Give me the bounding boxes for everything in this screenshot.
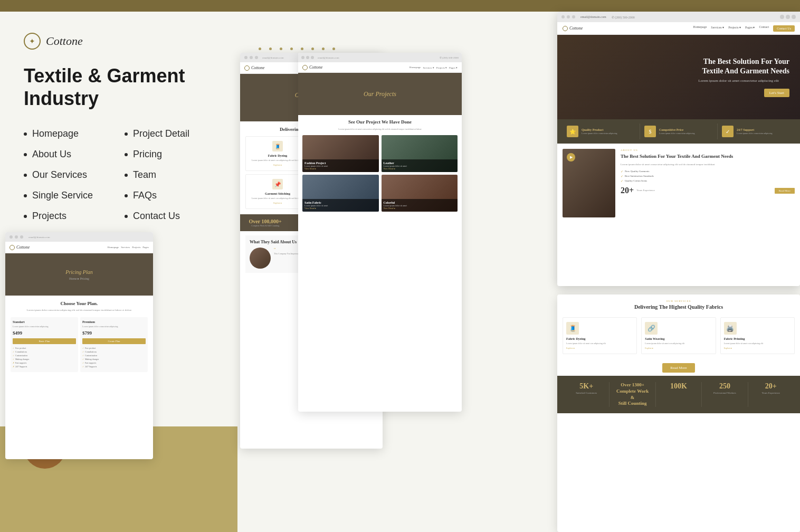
nav-dot	[24, 194, 27, 197]
about-image: ▶	[563, 149, 615, 217]
feature-title: Competitive Price	[659, 128, 695, 131]
nav-item-project-detail[interactable]: Project Detail	[125, 128, 189, 139]
feature-sub: Lorem ipsum dolor consectetur adipiscing	[737, 132, 773, 135]
plan-feature: ✓ Customization	[82, 354, 146, 357]
plan-btn-standard[interactable]: Basic Plan	[13, 338, 76, 344]
br-stat-num: 5K+	[568, 382, 605, 391]
testimonial-avatar	[250, 248, 271, 269]
mr-nav-item: Pages ▾	[745, 25, 755, 32]
portfolio-item-btn[interactable]: View Detail ▸	[384, 167, 456, 170]
pricing-url: email@domain.com	[28, 236, 50, 239]
services-logo: Cottone	[244, 65, 264, 71]
about-checklist: ✓ New Quality Garments ✓ Best Satisfacti…	[621, 169, 795, 183]
window-ctrl	[311, 56, 314, 59]
pricing-plans: Standart Lorem ipsum dolor consectetur a…	[11, 317, 148, 372]
brand-logo: ✦ Cottone	[24, 33, 203, 50]
service-card-link[interactable]: Explore ▸	[249, 202, 306, 204]
portfolio-content: See Our Project We Have Done Lorem ipsum…	[298, 115, 462, 216]
br-stat-5k: 5K+ Satisfied Customers	[564, 382, 609, 407]
br-stat-label: Years Experience	[753, 392, 789, 395]
play-button[interactable]: ▶	[567, 153, 575, 162]
feature-text: Quality Product Lorem ipsum dolor consec…	[582, 128, 617, 135]
portfolio-phone: ✆ (200) 500-2000	[440, 56, 459, 59]
about-content: About Us The Best Solution For Your Text…	[621, 149, 795, 217]
service-card-text: Lorem ipsum dolor sit amet con adipiscin…	[249, 197, 306, 200]
nav-dot	[24, 153, 27, 156]
window-ctrl	[306, 56, 309, 59]
screen-pricing: email@domain.com Cottone Homepage Servic…	[5, 232, 153, 459]
portfolio-item-btn[interactable]: View Detail ▸	[384, 207, 456, 210]
br-card-link[interactable]: Explore ▸	[724, 347, 791, 349]
quality-icon: ⭐	[567, 126, 578, 137]
hero-content: The Best Solution For Your Textile And G…	[684, 57, 789, 97]
nav-item-projects[interactable]: Projects	[24, 211, 93, 222]
stat-label: Complete Work & Still Counting	[244, 224, 286, 227]
nav-item-faqs[interactable]: FAQs	[125, 190, 189, 201]
main-right-navbar: Cottone Homepage Services ▾ Projects ▾ P…	[557, 22, 800, 35]
window-dot	[786, 15, 790, 19]
portfolio-url: email@domain.com	[318, 56, 339, 59]
br-card-text: Lorem ipsum dolor sit amet con adipiscin…	[724, 342, 791, 345]
br-card-link[interactable]: Explore ▸	[566, 347, 633, 349]
nav-item-team[interactable]: Team	[125, 169, 189, 180]
portfolio-item-btn[interactable]: View Detail ▸	[304, 207, 377, 210]
pricing-nav-item: Pages	[142, 246, 149, 249]
feature-support: ✓ 24/7 Support Lorem ipsum dolor consect…	[718, 124, 795, 139]
plan-feature: ✓ Free product	[82, 347, 146, 349]
nav-item-pricing[interactable]: Pricing	[125, 149, 189, 160]
nav-item-services[interactable]: Our Services	[24, 169, 93, 180]
br-title: Delivering The Highest Quality Fabrics	[564, 304, 794, 310]
br-card-icon-satin: 🔗	[645, 322, 658, 335]
brand-icon: ✦	[24, 33, 41, 50]
br-cta-button[interactable]: Read More	[662, 363, 694, 373]
br-card-text: Lorem ipsum dolor sit amet con adipiscin…	[645, 342, 712, 345]
portfolio-item-fashion: Fashion Project Lorem ipsum dolor sit am…	[302, 135, 379, 172]
main-right-phone: ✆ (200) 500-2000	[612, 15, 635, 19]
experience-block: 20+ Years Experience Read More	[621, 186, 795, 195]
pricing-hero: Pricing Plan Home ▸ Pricing	[5, 253, 153, 296]
plan-sub: Lorem ipsum dolor consectetur adipiscing	[82, 325, 146, 328]
portfolio-item-btn[interactable]: View Detail ▸	[304, 167, 377, 170]
tagline: Textile & GarmentIndustry	[24, 64, 203, 110]
nav-item-about[interactable]: About Us	[24, 149, 93, 160]
main-right-hero: The Best Solution For Your Textile And G…	[557, 35, 800, 119]
main-right-about: ▶ About Us The Best Solution For Your Te…	[557, 144, 800, 223]
main-right-nav-items: Homepage Services ▾ Projects ▾ Pages ▾ C…	[693, 25, 795, 32]
window-ctrl	[567, 15, 570, 18]
nav-dot	[24, 132, 27, 136]
plan-feature: ✓ Consultations	[13, 350, 76, 353]
feature-text: Competitive Price Lorem ipsum dolor cons…	[659, 128, 695, 135]
check-mark: ✓	[621, 179, 623, 183]
read-more-btn[interactable]: Read More	[775, 188, 795, 194]
br-card-title: Fabric Dyeing	[566, 337, 633, 340]
window-ctrl	[244, 56, 247, 59]
hero-cta-button[interactable]: Let's Start	[764, 89, 789, 97]
br-card-link[interactable]: Explore ▸	[645, 347, 712, 349]
br-stats-section: 5K+ Satisfied Customers Over 1300+Comple…	[557, 376, 800, 413]
check-item: ✓ Quality Cotton Items	[621, 179, 795, 183]
br-stat-label: Satisfied Customers	[568, 392, 605, 395]
portfolio-item-satin: Satin Fabric Lorem ipsum dolor sit amet …	[302, 175, 379, 212]
br-stat-num: 250	[706, 382, 743, 391]
about-read-more-button[interactable]: Read More	[775, 188, 795, 194]
nav-item-homepage[interactable]: Homepage	[24, 128, 93, 139]
mr-cta-button[interactable]: Contact Us	[773, 25, 795, 32]
service-card-link[interactable]: Explore ▸	[249, 164, 306, 166]
plan-name-premium: Premium	[82, 320, 146, 324]
plan-btn-premium[interactable]: Create Plan	[82, 338, 146, 344]
nav-item-single-service[interactable]: Single Service	[24, 190, 93, 201]
feature-text: 24/7 Support Lorem ipsum dolor consectet…	[737, 128, 773, 135]
feature-price: $ Competitive Price Lorem ipsum dolor co…	[640, 124, 718, 139]
pricing-plan-standard: Standart Lorem ipsum dolor consectetur a…	[11, 317, 78, 372]
br-stat-20: 20+ Years Experience	[748, 382, 794, 407]
nav-col-1: Homepage About Us Our Services Single Se…	[24, 128, 93, 222]
portfolio-logo: Cottone	[302, 65, 322, 70]
window-ctrl	[250, 56, 253, 59]
services-url: email@domain.com	[262, 56, 284, 59]
window-ctrl-3	[20, 235, 23, 239]
exp-number: 20+	[621, 186, 634, 195]
plan-sub: Lorem ipsum dolor consectetur adipiscing	[13, 325, 76, 328]
nav-item-contact[interactable]: Contact Us	[125, 211, 189, 222]
window-ctrl-1	[9, 235, 13, 239]
portfolio-hero-title: Our Projects	[364, 90, 396, 98]
